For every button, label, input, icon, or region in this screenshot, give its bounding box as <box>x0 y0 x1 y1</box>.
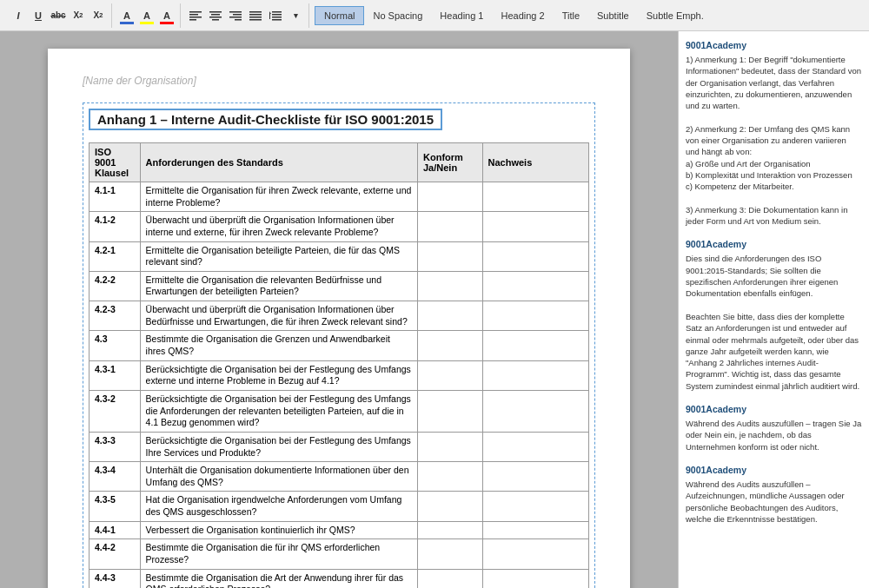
sidebar-section-text: 1) Anmerkung 1: Der Begriff "dokumentier… <box>686 54 862 227</box>
table-row: 4.3-5Hat die Organisation irgendwelche A… <box>90 492 589 521</box>
page-document: [Name der Organisation] Anhang 1 – Inter… <box>48 49 630 588</box>
cell-nachweis <box>482 462 588 492</box>
cell-nachweis <box>482 271 588 301</box>
cell-konform <box>418 462 483 492</box>
table-body: 4.1-1Ermittelte die Organisation für ihr… <box>90 182 589 589</box>
doc-title: Anhang 1 – Interne Audit-Checkliste für … <box>89 109 442 130</box>
cell-konform <box>418 301 483 331</box>
audit-table: ISO 9001 Klausel Anforderungen des Stand… <box>89 142 589 588</box>
cell-anforderungen: Bestimmte die Organisation die für ihr Q… <box>140 539 417 569</box>
cell-klausel: 4.4-1 <box>90 521 141 539</box>
align-group: ▾ <box>182 3 309 28</box>
header-klausel: ISO 9001 Klausel <box>90 143 141 182</box>
align-left-button[interactable] <box>186 6 205 25</box>
cell-nachweis <box>482 360 588 390</box>
toolbar: I U abc X2 X2 A A A <box>0 0 869 31</box>
svg-rect-19 <box>272 19 282 21</box>
style-subtitle[interactable]: Subtitle <box>588 6 638 25</box>
font-color-button[interactable]: A <box>117 6 136 25</box>
cell-nachweis <box>482 432 588 461</box>
cell-klausel: 4.3-3 <box>90 432 141 461</box>
cell-klausel: 4.3 <box>90 331 141 360</box>
sidebar-section: 9001AcademyWährend des Audits auszufülle… <box>686 404 862 453</box>
italic-button[interactable]: I <box>9 6 28 25</box>
table-row: 4.3-3Berücksichtigte die Organisation be… <box>90 432 589 461</box>
cell-anforderungen: Ermittelte die Organisation die relevant… <box>140 271 417 301</box>
style-subtle-emph[interactable]: Subtle Emph. <box>638 6 713 25</box>
sidebar-section-title: 9001Academy <box>686 40 862 50</box>
sidebar-section: 9001Academy1) Anmerkung 1: Der Begriff "… <box>686 40 862 227</box>
svg-rect-14 <box>249 17 262 18</box>
page-canvas[interactable]: [Name der Organisation] Anhang 1 – Inter… <box>0 31 678 588</box>
table-row: 4.2-3Überwacht und überprüft die Organis… <box>90 301 589 331</box>
svg-rect-11 <box>235 19 242 21</box>
subscript-button[interactable]: X2 <box>69 6 88 25</box>
cell-klausel: 4.1-2 <box>90 212 141 241</box>
svg-rect-9 <box>233 14 242 16</box>
style-title[interactable]: Title <box>554 6 588 25</box>
align-justify-button[interactable] <box>246 6 265 25</box>
cell-konform <box>418 390 483 432</box>
svg-rect-3 <box>189 19 196 21</box>
line-spacing-button[interactable] <box>266 6 285 25</box>
svg-rect-7 <box>212 19 219 21</box>
cell-konform <box>418 271 483 301</box>
table-row: 4.3Bestimmte die Organisation die Grenze… <box>90 331 589 360</box>
strikethrough-button[interactable]: abc <box>49 6 68 25</box>
style-normal[interactable]: Normal <box>315 6 364 25</box>
header-anforderungen: Anforderungen des Standards <box>140 143 417 182</box>
cell-anforderungen: Bestimmte die Organisation die Art der A… <box>140 569 417 588</box>
more-button[interactable]: ▾ <box>286 6 305 25</box>
cell-klausel: 4.3-5 <box>90 492 141 521</box>
svg-rect-8 <box>229 11 242 13</box>
svg-rect-10 <box>229 17 242 18</box>
sidebar-section-text: Während des Audits auszufüllen – Aufzeic… <box>686 479 862 525</box>
cell-konform <box>418 432 483 461</box>
header-konform: Konform Ja/Nein <box>418 143 483 182</box>
style-no-spacing[interactable]: No Spacing <box>364 6 431 25</box>
svg-rect-12 <box>249 11 262 13</box>
cell-anforderungen: Hat die Organisation irgendwelche Anford… <box>140 492 417 521</box>
svg-rect-2 <box>189 17 202 18</box>
cell-nachweis <box>482 492 588 521</box>
style-heading2[interactable]: Heading 2 <box>492 6 553 25</box>
svg-rect-5 <box>211 14 220 16</box>
org-placeholder: [Name der Organisation] <box>83 75 595 87</box>
cell-konform <box>418 212 483 241</box>
sidebar-section-text: Während des Audits auszufüllen – tragen … <box>686 418 862 453</box>
svg-rect-1 <box>189 14 198 16</box>
align-right-button[interactable] <box>226 6 245 25</box>
cell-konform <box>418 539 483 569</box>
styles-bar: Normal No Spacing Heading 1 Heading 2 Ti… <box>315 6 713 25</box>
svg-rect-13 <box>249 14 262 16</box>
align-center-button[interactable] <box>206 6 225 25</box>
cell-anforderungen: Berücksichtigte die Organisation bei der… <box>140 432 417 461</box>
highlight-button[interactable]: A <box>137 6 156 25</box>
table-row: 4.3-1Berücksichtigte die Organisation be… <box>90 360 589 390</box>
content-area: [Name der Organisation] Anhang 1 – Inter… <box>0 31 869 588</box>
cell-klausel: 4.4-2 <box>90 539 141 569</box>
cell-anforderungen: Berücksichtigte die Organisation bei der… <box>140 390 417 432</box>
cell-anforderungen: Überwacht und überprüft die Organisation… <box>140 212 417 241</box>
text-color2-button[interactable]: A <box>157 6 176 25</box>
table-row: 4.4-1Verbessert die Organisation kontinu… <box>90 521 589 539</box>
doc-body: Anhang 1 – Interne Audit-Checkliste für … <box>83 102 595 588</box>
sidebar-section-title: 9001Academy <box>686 239 862 249</box>
cell-nachweis <box>482 331 588 360</box>
cell-klausel: 4.2-3 <box>90 301 141 331</box>
svg-rect-18 <box>272 17 282 18</box>
cell-anforderungen: Berücksichtigte die Organisation bei der… <box>140 360 417 390</box>
sidebar-section-text: Dies sind die Anforderungen des ISO 9001… <box>686 253 862 392</box>
cell-klausel: 4.3-2 <box>90 390 141 432</box>
underline-button[interactable]: U <box>29 6 48 25</box>
table-row: 4.2-2Ermittelte die Organisation die rel… <box>90 271 589 301</box>
cell-nachweis <box>482 569 588 588</box>
superscript-button[interactable]: X2 <box>89 6 108 25</box>
cell-anforderungen: Überwacht und überprüft die Organisation… <box>140 301 417 331</box>
svg-rect-15 <box>249 19 262 21</box>
style-heading1[interactable]: Heading 1 <box>431 6 492 25</box>
cell-konform <box>418 241 483 271</box>
cell-konform <box>418 521 483 539</box>
cell-klausel: 4.2-2 <box>90 271 141 301</box>
svg-rect-4 <box>209 11 222 13</box>
